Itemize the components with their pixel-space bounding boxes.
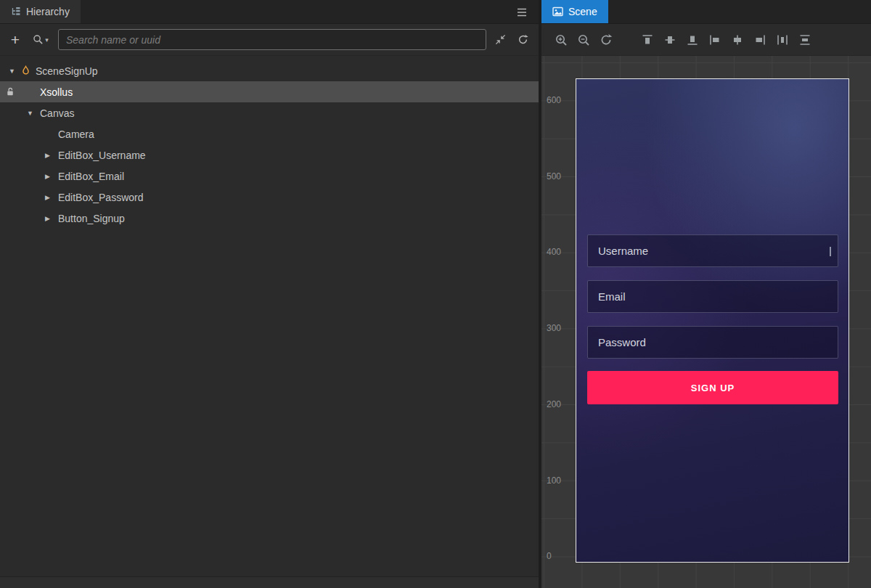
expand-arrow-icon[interactable]: ▼	[27, 110, 38, 117]
tree-node-label: Camera	[57, 128, 94, 140]
editbox-placeholder: Email	[598, 290, 626, 303]
tree-node-canvas[interactable]: ▼Canvas	[0, 102, 539, 123]
expand-arrow-icon[interactable]: ▼	[9, 68, 20, 75]
tree-node-editbox_password[interactable]: ▶EditBox_Password	[0, 187, 539, 208]
ruler-label: 100	[547, 475, 561, 486]
unlock-icon[interactable]	[6, 87, 15, 97]
collapse-arrow-icon[interactable]: ▶	[45, 173, 57, 180]
tab-hierarchy-label: Hierarchy	[26, 6, 70, 17]
hierarchy-panel: Hierarchy + ▾ ▼SceneSignUpXsollus▼Canvas…	[0, 0, 539, 588]
distribute-vertical-icon[interactable]	[798, 33, 811, 46]
tree-node-label: Xsollus	[38, 86, 73, 98]
tree-node-label: Button_Signup	[57, 213, 125, 224]
scene-panel: Scene 6005004003002001000 UsernameEmailP…	[541, 0, 871, 588]
hierarchy-tabbar: Hierarchy	[0, 0, 539, 24]
tab-scene[interactable]: Scene	[541, 0, 608, 23]
align-bottom-icon[interactable]	[686, 33, 699, 46]
signup-button[interactable]: SIGN UP	[587, 371, 838, 404]
search-filter-button[interactable]: ▾	[28, 34, 53, 45]
align-hcenter-icon[interactable]	[731, 33, 744, 46]
hierarchy-tree-icon	[11, 7, 21, 17]
tree-node-label: EditBox_Password	[57, 192, 144, 203]
editbox-cursor	[830, 247, 831, 256]
ruler-label: 600	[547, 94, 561, 106]
tab-scene-label: Scene	[568, 6, 597, 17]
align-vcenter-icon[interactable]	[663, 33, 676, 46]
editbox-email[interactable]: Email	[587, 280, 838, 313]
ruler-label: 200	[547, 399, 561, 410]
add-node-button[interactable]: +	[7, 32, 23, 47]
align-top-icon[interactable]	[641, 33, 654, 46]
zoom-out-icon[interactable]	[577, 33, 590, 46]
tree-node-label: EditBox_Username	[57, 150, 146, 161]
tree-node-label: Canvas	[38, 107, 74, 119]
editbox-placeholder: Username	[598, 245, 648, 257]
ruler-label: 500	[547, 171, 561, 182]
game-canvas[interactable]: UsernameEmailPassword SIGN UP	[576, 78, 849, 563]
tree-node-camera[interactable]: Camera	[0, 123, 539, 144]
align-right-icon[interactable]	[753, 33, 766, 46]
editbox-placeholder: Password	[598, 336, 646, 348]
scene-tabbar: Scene	[541, 0, 871, 24]
tree-node-scenesignup[interactable]: ▼SceneSignUp	[0, 60, 539, 81]
tree-node-editbox_email[interactable]: ▶EditBox_Email	[0, 166, 539, 187]
collapse-all-icon[interactable]	[491, 31, 509, 49]
reset-view-icon[interactable]	[600, 33, 613, 46]
scene-image-icon	[552, 7, 563, 17]
collapse-arrow-icon[interactable]: ▶	[45, 194, 57, 201]
ruler-label: 400	[547, 246, 561, 258]
tree-node-button_signup[interactable]: ▶Button_Signup	[0, 208, 539, 229]
distribute-horizontal-icon[interactable]	[776, 33, 789, 46]
scene-viewport[interactable]: 6005004003002001000 UsernameEmailPasswor…	[541, 56, 871, 588]
search-input[interactable]	[58, 29, 486, 50]
tree-node-editbox_username[interactable]: ▶EditBox_Username	[0, 144, 539, 166]
editbox-password[interactable]: Password	[587, 326, 838, 359]
panel-menu-icon[interactable]	[517, 0, 527, 24]
tree-node-label: EditBox_Email	[57, 171, 124, 182]
editor-root: Hierarchy + ▾ ▼SceneSignUpXsollus▼Canvas…	[0, 0, 871, 588]
align-left-icon[interactable]	[708, 33, 721, 46]
hierarchy-tree: ▼SceneSignUpXsollus▼CanvasCamera▶EditBox…	[0, 56, 539, 576]
zoom-in-icon[interactable]	[555, 33, 568, 46]
collapse-arrow-icon[interactable]: ▶	[45, 215, 57, 222]
ruler-label: 300	[547, 322, 561, 334]
editbox-username[interactable]: Username	[587, 234, 838, 267]
hierarchy-footer	[0, 576, 539, 588]
scene-toolbar	[541, 24, 871, 56]
tab-hierarchy[interactable]: Hierarchy	[0, 0, 81, 23]
tree-node-xsollus[interactable]: Xsollus	[0, 81, 539, 102]
ruler-label: 0	[547, 550, 552, 562]
chevron-down-icon: ▾	[45, 36, 49, 44]
collapse-arrow-icon[interactable]: ▶	[45, 152, 57, 159]
tree-node-label: SceneSignUp	[34, 65, 98, 77]
scene-flame-icon	[20, 65, 34, 76]
refresh-icon[interactable]	[514, 31, 531, 49]
search-icon	[33, 34, 44, 45]
hierarchy-search-row: + ▾	[0, 24, 539, 56]
